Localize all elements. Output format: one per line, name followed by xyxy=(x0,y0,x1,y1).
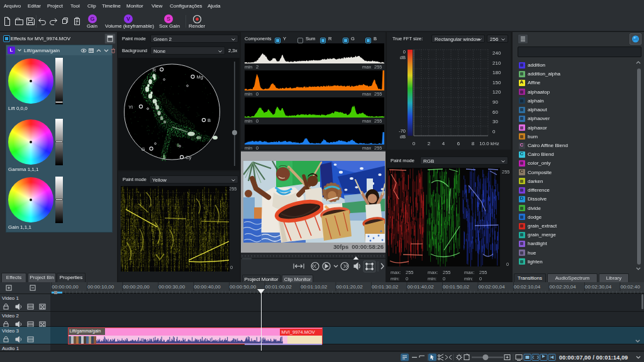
svg-text:00:02:40: 00:02:40 xyxy=(621,284,641,290)
svg-text:00:02:00,04: 00:02:00,04 xyxy=(479,284,506,290)
svg-text:210: 210 xyxy=(492,60,501,66)
svg-text:00:01:00,02: 00:01:00,02 xyxy=(265,284,292,290)
svg-text:R: R xyxy=(153,67,157,73)
svg-text:B: B xyxy=(208,118,211,123)
svg-text:8: 8 xyxy=(472,141,475,146)
svg-text:G: G xyxy=(142,146,145,152)
svg-text:00:00:10,00: 00:00:10,00 xyxy=(87,284,114,290)
svg-text:00:00:50,00: 00:00:50,00 xyxy=(230,284,257,290)
svg-text:00:01:20,02: 00:01:20,02 xyxy=(336,284,364,290)
svg-text:0: 0 xyxy=(492,129,496,134)
svg-text:00:01:10,02: 00:01:10,02 xyxy=(301,284,328,290)
svg-text:00:00:20,00: 00:00:20,00 xyxy=(123,284,150,290)
svg-text:dB: dB xyxy=(400,134,406,140)
svg-text:00:00:40,00: 00:00:40,00 xyxy=(194,284,221,290)
svg-text:Cy: Cy xyxy=(186,155,191,160)
svg-text:00:01:30,02: 00:01:30,02 xyxy=(372,284,399,290)
svg-text:30: 30 xyxy=(492,119,498,124)
svg-text:240: 240 xyxy=(492,50,501,56)
svg-text:00:00:30,00: 00:00:30,00 xyxy=(158,284,186,290)
svg-text:00:00:00,00: 00:00:00,00 xyxy=(52,284,79,290)
svg-text:Yl: Yl xyxy=(128,104,133,110)
svg-text:00:01:40,02: 00:01:40,02 xyxy=(408,284,435,290)
svg-text:60: 60 xyxy=(492,109,498,115)
svg-text:Mg: Mg xyxy=(197,74,203,80)
svg-text:00:01:50,02: 00:01:50,02 xyxy=(443,284,470,290)
svg-text:10.0 kHz: 10.0 kHz xyxy=(479,141,499,146)
svg-text:0: 0 xyxy=(413,141,416,146)
svg-text:00:02:30,04: 00:02:30,04 xyxy=(585,284,612,290)
svg-text:dB: dB xyxy=(400,55,406,60)
svg-text:4: 4 xyxy=(442,141,445,146)
svg-text:0: 0 xyxy=(403,49,406,55)
svg-text:2: 2 xyxy=(428,141,431,146)
svg-text:150: 150 xyxy=(492,80,501,85)
svg-text:-70: -70 xyxy=(399,128,406,134)
svg-text:90: 90 xyxy=(492,99,498,105)
svg-text:6: 6 xyxy=(457,141,460,146)
svg-text:00:02:10,04: 00:02:10,04 xyxy=(514,284,541,290)
svg-text:120: 120 xyxy=(492,89,501,95)
svg-text:00:02:20,04: 00:02:20,04 xyxy=(550,284,577,290)
svg-text:180: 180 xyxy=(492,70,501,75)
